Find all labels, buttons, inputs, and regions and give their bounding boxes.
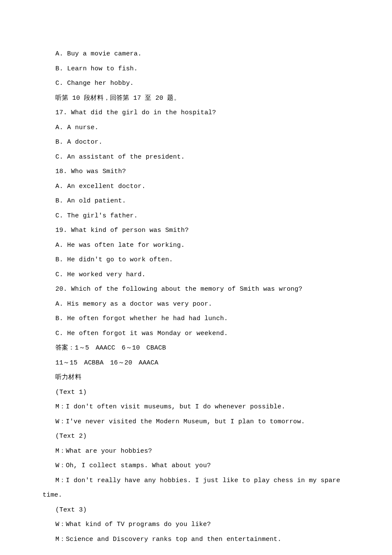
text-line: M：Science and Discovery ranks top and th… (43, 532, 349, 547)
text-line: W：What kind of TV programs do you like? (43, 517, 349, 532)
document-page: A. Buy a movie camera.B. Learn how to fi… (0, 0, 392, 555)
text-line: 听力材料 (43, 370, 349, 385)
text-line: B. An old patient. (43, 194, 349, 209)
text-line: 20. Which of the following about the mem… (43, 282, 349, 297)
text-line: A. He was often late for working. (43, 238, 349, 253)
text-line: 17. What did the girl do in the hospital… (43, 106, 349, 121)
text-line: (Text 1) (43, 385, 349, 400)
text-line: B. Learn how to fish. (43, 62, 349, 77)
text-line: (Text 2) (43, 429, 349, 444)
text-line: M：What are your hobbies? (43, 444, 349, 459)
text-line: B. He didn't go to work often. (43, 253, 349, 268)
text-line: 听第 10 段材料，回答第 17 至 20 题。 (43, 91, 349, 106)
text-line: (Text 3) (43, 503, 349, 518)
document-content: A. Buy a movie camera.B. Learn how to fi… (43, 47, 349, 547)
text-line: 答案：1～5 AAACC 6～10 CBACB (43, 341, 349, 356)
text-line: C. The girl's father. (43, 209, 349, 224)
text-line: W：I've never visited the Modern Museum, … (43, 415, 349, 430)
text-line: 19. What kind of person was Smith? (43, 223, 349, 238)
text-line: A. A nurse. (43, 121, 349, 136)
text-line: A. His memory as a doctor was very poor. (43, 297, 349, 312)
text-line: B. He often forgot whether he had had lu… (43, 312, 349, 327)
text-line: C. He often forgot it was Monday or week… (43, 327, 349, 341)
text-line: 11～15 ACBBA 16～20 AAACA (43, 356, 349, 371)
text-line: C. Change her hobby. (43, 76, 349, 91)
text-line: C. An assistant of the president. (43, 150, 349, 165)
text-line: A. An excellent doctor. (43, 179, 349, 194)
text-line: C. He worked very hard. (43, 268, 349, 283)
text-line: B. A doctor. (43, 135, 349, 150)
text-line: W：Oh, I collect stamps. What about you? (43, 459, 349, 474)
text-line: A. Buy a movie camera. (43, 47, 349, 62)
text-line: M：I don't really have any hobbies. I jus… (43, 474, 349, 503)
text-line: 18. Who was Smith? (43, 165, 349, 179)
text-line: M：I don't often visit museums, but I do … (43, 400, 349, 415)
